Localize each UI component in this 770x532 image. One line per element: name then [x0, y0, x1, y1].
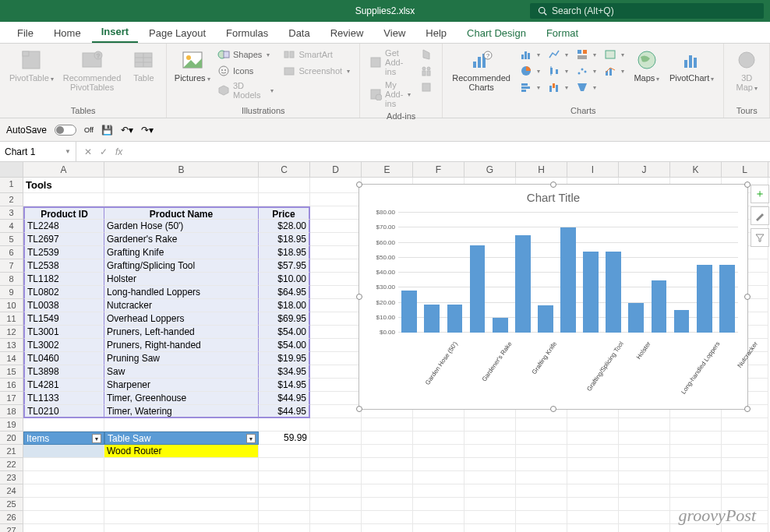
tab-file[interactable]: File: [8, 23, 43, 43]
cell[interactable]: [516, 511, 567, 524]
cell[interactable]: [310, 418, 362, 432]
cell-price[interactable]: $19.95: [259, 352, 310, 365]
cell[interactable]: [619, 471, 670, 484]
cell[interactable]: [670, 471, 722, 484]
cell[interactable]: [259, 498, 310, 511]
cell[interactable]: [310, 352, 362, 365]
tab-insert[interactable]: Insert: [92, 22, 138, 43]
row-head-5[interactable]: 5: [0, 233, 23, 246]
row-head-15[interactable]: 15: [0, 365, 23, 379]
cell-name[interactable]: Nutcracker: [104, 299, 259, 312]
cell[interactable]: [310, 312, 362, 326]
cell[interactable]: [619, 524, 670, 532]
chart-filters-button[interactable]: [751, 228, 769, 247]
cell[interactable]: [516, 498, 567, 511]
cell[interactable]: [670, 484, 722, 498]
cell-price[interactable]: $57.95: [259, 259, 310, 273]
row-head-23[interactable]: 23: [0, 471, 23, 484]
screenshot-button[interactable]: Screenshot: [280, 63, 353, 79]
col-J[interactable]: J: [619, 162, 670, 177]
cell[interactable]: [23, 418, 104, 432]
row-head-12[interactable]: 12: [0, 326, 23, 339]
cell[interactable]: [464, 498, 516, 511]
cell-title[interactable]: Tools: [23, 178, 104, 193]
cell[interactable]: [310, 484, 362, 498]
pivottable-button[interactable]: PivotTable: [6, 47, 57, 85]
row-head-26[interactable]: 26: [0, 511, 23, 524]
cell-name[interactable]: Sharpener: [104, 379, 259, 392]
cell-price[interactable]: $18.00: [259, 299, 310, 312]
maps-button[interactable]: Maps: [630, 47, 663, 85]
pictures-button[interactable]: Pictures: [173, 47, 211, 85]
recommended-pivottables-button[interactable]: ?Recommended PivotTables: [60, 47, 125, 93]
chart-statistic-icon[interactable]: [545, 63, 571, 79]
chart-bar[interactable]: [606, 252, 621, 333]
row-head-27[interactable]: 27: [0, 524, 23, 532]
chart-bar-icon[interactable]: [517, 79, 543, 95]
chart-waterfall-icon[interactable]: [545, 79, 571, 95]
cell[interactable]: [413, 498, 464, 511]
cell[interactable]: [310, 524, 362, 532]
cell-price[interactable]: $44.95: [259, 392, 310, 405]
cell[interactable]: [259, 471, 310, 484]
cancel-icon[interactable]: ✕: [84, 146, 92, 157]
cell[interactable]: [670, 458, 722, 471]
handle-ne[interactable]: [744, 181, 751, 188]
cell-id[interactable]: TL1133: [23, 392, 104, 405]
cell[interactable]: [104, 524, 259, 532]
cell[interactable]: [23, 498, 104, 511]
cell[interactable]: [362, 418, 413, 432]
cell[interactable]: [23, 524, 104, 532]
tab-data[interactable]: Data: [279, 23, 319, 43]
cell[interactable]: [259, 511, 310, 524]
cell[interactable]: [104, 418, 259, 432]
cell[interactable]: [310, 273, 362, 286]
cell-id[interactable]: TL3001: [23, 326, 104, 339]
pivotchart-button[interactable]: PivotChart: [666, 47, 717, 85]
cell-id[interactable]: TL2248: [23, 220, 104, 233]
cell[interactable]: [310, 405, 362, 418]
cell-name[interactable]: Overhead Loppers: [104, 312, 259, 326]
cell-name[interactable]: Grafting Knife: [104, 246, 259, 259]
cell[interactable]: [23, 484, 104, 498]
cell[interactable]: [464, 484, 516, 498]
redo-icon[interactable]: ↷▾: [141, 125, 154, 136]
cell[interactable]: [567, 471, 619, 484]
cell[interactable]: [259, 193, 310, 206]
cell-name[interactable]: Pruners, Left-handed: [104, 326, 259, 339]
smartart-button[interactable]: SmartArt: [280, 47, 353, 62]
cell[interactable]: [567, 418, 619, 432]
col-E[interactable]: E: [362, 162, 413, 177]
row-head-18[interactable]: 18: [0, 405, 23, 418]
col-I[interactable]: I: [567, 162, 619, 177]
cell[interactable]: [413, 458, 464, 471]
handle-n[interactable]: [550, 181, 556, 188]
col-A[interactable]: A: [23, 162, 104, 177]
cell-id[interactable]: TL2538: [23, 259, 104, 273]
cell-price[interactable]: $69.95: [259, 312, 310, 326]
cell-name[interactable]: Pruners, Right-handed: [104, 339, 259, 352]
chart-map-icon[interactable]: [601, 47, 627, 62]
cell[interactable]: [670, 445, 722, 458]
cell[interactable]: [310, 432, 362, 445]
cell[interactable]: [23, 193, 104, 206]
cell-id[interactable]: TL2697: [23, 233, 104, 246]
cell[interactable]: [310, 471, 362, 484]
cell[interactable]: [104, 471, 259, 484]
cell[interactable]: [567, 498, 619, 511]
cell[interactable]: [362, 524, 413, 532]
col-C[interactable]: C: [259, 162, 310, 177]
row-head-11[interactable]: 11: [0, 312, 23, 326]
row-head-4[interactable]: 4: [0, 220, 23, 233]
cell-name[interactable]: Garden Hose (50'): [104, 220, 259, 233]
tab-home[interactable]: Home: [44, 23, 90, 43]
cell[interactable]: [722, 445, 768, 458]
cell[interactable]: [104, 458, 259, 471]
cell[interactable]: [310, 511, 362, 524]
cell[interactable]: [362, 498, 413, 511]
cell[interactable]: [619, 458, 670, 471]
cell[interactable]: [362, 471, 413, 484]
cell[interactable]: [464, 458, 516, 471]
cell-price[interactable]: $18.95: [259, 246, 310, 259]
cell[interactable]: [413, 524, 464, 532]
